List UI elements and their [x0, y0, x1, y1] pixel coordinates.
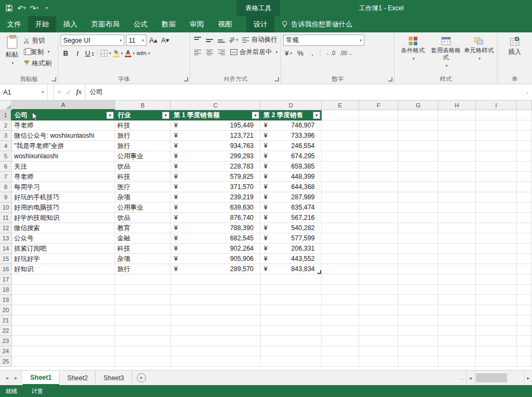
row-header-2[interactable]: 2	[0, 120, 12, 131]
cell[interactable]: ¥289,570	[171, 264, 261, 274]
cell[interactable]: ¥876,740	[171, 213, 261, 223]
cell[interactable]	[517, 336, 532, 346]
row-header-18[interactable]: 18	[0, 285, 12, 295]
cell[interactable]	[398, 254, 438, 264]
cell[interactable]	[322, 274, 359, 285]
cell[interactable]	[322, 295, 359, 305]
filter-button[interactable]	[252, 112, 259, 119]
cell[interactable]	[476, 315, 517, 326]
orientation-button[interactable]: ab	[228, 35, 238, 45]
cell[interactable]	[398, 274, 438, 285]
cell[interactable]	[476, 131, 517, 141]
cell[interactable]: ¥448,399	[261, 172, 322, 182]
cell[interactable]	[398, 336, 438, 346]
cell[interactable]	[476, 295, 517, 305]
row-header-20[interactable]: 20	[0, 305, 12, 315]
cell[interactable]	[517, 213, 532, 223]
cell[interactable]	[438, 326, 476, 336]
cell[interactable]	[261, 315, 322, 326]
cell[interactable]	[359, 326, 398, 336]
align-left-button[interactable]	[192, 47, 203, 57]
cell[interactable]	[359, 162, 398, 172]
cell[interactable]	[359, 182, 398, 192]
insert-cells-button[interactable]: 插入	[505, 34, 524, 75]
cell[interactable]	[438, 295, 476, 305]
cell[interactable]	[322, 264, 359, 274]
formula-bar-splitter[interactable]: ⁞	[48, 84, 54, 100]
cell[interactable]	[476, 233, 517, 244]
cell[interactable]: ¥746,907	[261, 120, 322, 131]
cell[interactable]	[322, 120, 359, 131]
row-header-22[interactable]: 22	[0, 326, 12, 336]
cell[interactable]	[398, 326, 438, 336]
cell[interactable]	[517, 285, 532, 295]
cut-button[interactable]: 剪切	[24, 36, 51, 45]
cell[interactable]	[517, 233, 532, 244]
cell[interactable]	[171, 356, 261, 367]
save-button[interactable]	[3, 2, 15, 15]
cell[interactable]	[12, 274, 115, 285]
scrollbar-track[interactable]	[474, 371, 524, 385]
cell[interactable]	[322, 141, 359, 151]
filter-button[interactable]	[162, 112, 169, 119]
cell[interactable]	[115, 274, 171, 285]
cell[interactable]	[322, 131, 359, 141]
cell[interactable]	[517, 110, 532, 120]
align-middle-button[interactable]	[204, 35, 215, 45]
cell[interactable]	[171, 285, 261, 295]
cell[interactable]	[476, 305, 517, 315]
number-dialog-launcher-icon[interactable]	[388, 77, 393, 82]
cell[interactable]	[398, 162, 438, 172]
cell[interactable]	[476, 346, 517, 356]
cell[interactable]	[476, 356, 517, 367]
tab-design[interactable]: 设计	[247, 16, 275, 32]
ribbon-tab-审阅[interactable]: 审阅	[183, 16, 211, 32]
cell[interactable]	[12, 315, 115, 326]
cell[interactable]	[476, 244, 517, 254]
row-header-24[interactable]: 24	[0, 346, 12, 356]
cell[interactable]	[476, 336, 517, 346]
customize-quick-access-button[interactable]: ▾	[41, 2, 52, 15]
row-header-12[interactable]: 12	[0, 223, 12, 233]
filter-button[interactable]	[313, 112, 320, 119]
column-header-C[interactable]: C	[171, 100, 261, 110]
ribbon-tab-插入[interactable]: 插入	[56, 16, 84, 32]
row-header-3[interactable]: 3	[0, 131, 12, 141]
cell[interactable]	[438, 285, 476, 295]
cell[interactable]	[438, 356, 476, 367]
sheet-nav-right-icon[interactable]: ▸	[15, 375, 17, 381]
copy-button[interactable]: 复制	[24, 47, 51, 57]
font-color-button[interactable]: A	[125, 48, 135, 58]
cell[interactable]	[261, 346, 322, 356]
cell[interactable]	[438, 346, 476, 356]
paste-button[interactable]: 粘贴	[2, 34, 22, 75]
cell[interactable]	[438, 120, 476, 131]
font-dialog-launcher-icon[interactable]	[184, 77, 188, 82]
cell[interactable]	[171, 326, 261, 336]
cell[interactable]	[476, 182, 517, 192]
tab-file[interactable]: 文件	[0, 16, 28, 32]
font-name-select[interactable]: Segoe UI	[61, 35, 124, 46]
cell[interactable]: 抓紧订阅吧	[12, 244, 115, 254]
cell[interactable]	[359, 110, 398, 120]
cell[interactable]: 旅行	[115, 131, 171, 141]
cell[interactable]	[517, 120, 532, 131]
row-header-16[interactable]: 16	[0, 264, 12, 274]
cell[interactable]	[12, 285, 115, 295]
cell[interactable]	[398, 182, 438, 192]
cell[interactable]	[517, 244, 532, 254]
decrease-font-size-button[interactable]: A▾	[160, 35, 170, 45]
cell[interactable]	[322, 346, 359, 356]
cell[interactable]	[476, 254, 517, 264]
tab-splitter[interactable]: …	[456, 371, 466, 385]
cell[interactable]	[476, 264, 517, 274]
cell[interactable]	[438, 305, 476, 315]
merge-center-button[interactable]: 合并后居中	[230, 47, 278, 57]
cell[interactable]	[438, 192, 476, 203]
cell[interactable]	[359, 203, 398, 213]
cell[interactable]	[517, 131, 532, 141]
cell[interactable]	[438, 151, 476, 162]
ribbon-tab-开始[interactable]: 开始	[28, 16, 56, 32]
cell[interactable]	[398, 356, 438, 367]
increase-font-size-button[interactable]: A▴	[148, 35, 158, 45]
